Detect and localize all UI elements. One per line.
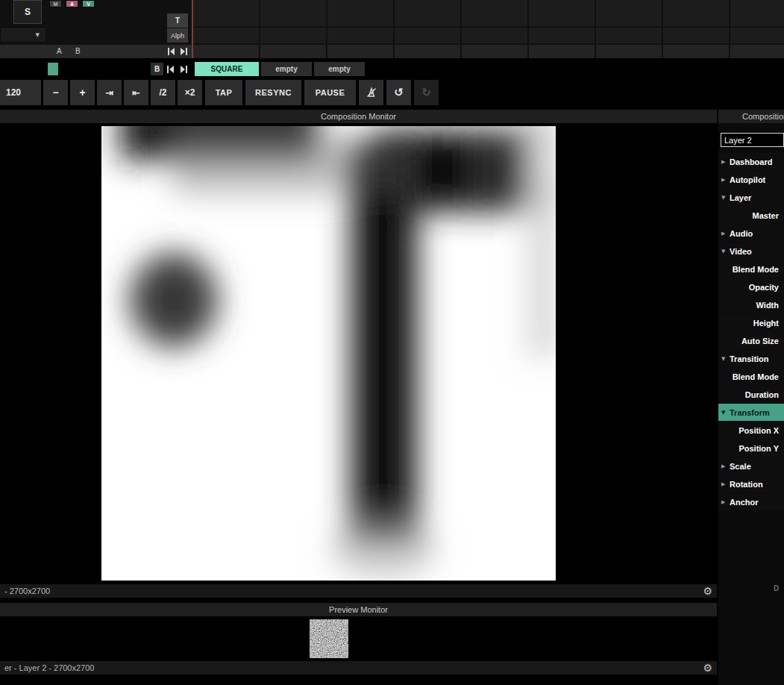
- gear-icon[interactable]: ⚙: [703, 586, 712, 596]
- panel-row-anchor[interactable]: ▶ Anchor: [718, 493, 784, 510]
- clip-tab-square[interactable]: SQUARE: [195, 62, 259, 76]
- panel-row-transition-blend-mode[interactable]: Blend Mode: [718, 368, 784, 385]
- resync-button[interactable]: RESYNC: [245, 80, 301, 105]
- panel-row-scale[interactable]: ▶ Scale: [718, 457, 784, 475]
- clip-cell[interactable]: [260, 28, 326, 43]
- prev-beat-icon[interactable]: [166, 46, 177, 57]
- panel-row-blend-mode[interactable]: Blend Mode: [718, 260, 784, 278]
- clip-cell[interactable]: [327, 0, 393, 26]
- half-tempo-button[interactable]: /2: [151, 80, 175, 105]
- clip-cell[interactable]: [462, 28, 527, 43]
- row-label: Autopilot: [730, 175, 765, 184]
- panel-row-autopilot[interactable]: ▶ Autopilot: [718, 171, 784, 188]
- redo-button[interactable]: ↻: [414, 80, 439, 105]
- row-label: Position Y: [738, 444, 779, 453]
- prev-clip-icon[interactable]: [165, 63, 177, 75]
- row-label: Rotation: [730, 480, 763, 489]
- clip-tab-empty-2[interactable]: empty: [314, 62, 365, 76]
- clip-cell[interactable]: [462, 0, 527, 26]
- clip-row-2: [193, 28, 784, 43]
- clip-cell[interactable]: [193, 28, 259, 43]
- audio-toggle[interactable]: A: [66, 0, 78, 7]
- panel-row-transition[interactable]: ▼ Transition: [718, 350, 784, 367]
- master-toggle[interactable]: M: [49, 0, 62, 7]
- panel-row-auto-size[interactable]: Auto Size: [718, 332, 784, 349]
- panel-row-height[interactable]: Height: [718, 314, 784, 331]
- next-beat-icon[interactable]: [178, 46, 189, 57]
- clip-cell[interactable]: [663, 45, 729, 58]
- clip-cell[interactable]: [327, 28, 393, 43]
- undo-button[interactable]: ↺: [386, 80, 411, 105]
- row-label: Auto Size: [741, 337, 779, 345]
- crossfade-b-button[interactable]: B: [75, 47, 81, 55]
- clip-cell[interactable]: [730, 0, 784, 26]
- clip-tab-empty-1[interactable]: empty: [261, 62, 312, 76]
- layer-name-field[interactable]: Layer 2: [721, 133, 784, 147]
- layer-color-swatch[interactable]: [48, 63, 58, 75]
- double-tempo-button[interactable]: ×2: [178, 80, 202, 105]
- panel-row-rotation[interactable]: ▶ Rotation: [718, 475, 784, 492]
- panel-row-video[interactable]: ▼ Video: [718, 243, 784, 260]
- tap-tempo-button[interactable]: TAP: [205, 80, 242, 105]
- clip-footer-row: [193, 45, 784, 58]
- panel-row-duration[interactable]: Duration: [718, 386, 784, 403]
- panel-row-width[interactable]: Width: [718, 296, 784, 313]
- beat-nudge-back-button[interactable]: ⇤: [124, 80, 148, 105]
- clip-cell[interactable]: [260, 45, 326, 58]
- clip-cell[interactable]: [462, 45, 527, 58]
- thumbnail-button[interactable]: T: [167, 13, 188, 28]
- clip-cell[interactable]: [395, 28, 460, 43]
- gear-icon[interactable]: ⚙: [703, 663, 712, 673]
- row-label: Opacity: [749, 283, 779, 292]
- chevron-down-icon: ▼: [721, 248, 730, 254]
- clip-cell[interactable]: [193, 0, 259, 26]
- solo-button[interactable]: S: [13, 0, 42, 24]
- clip-cell[interactable]: [596, 0, 662, 26]
- panel-row-position-x[interactable]: Position X: [718, 422, 784, 439]
- clip-cell[interactable]: [529, 45, 595, 58]
- panel-row-opacity[interactable]: Opacity: [718, 278, 784, 295]
- clip-cell[interactable]: [327, 45, 393, 58]
- composition-panel-title: Composition: [718, 110, 784, 123]
- panel-row-position-y[interactable]: Position Y: [718, 440, 784, 457]
- panel-row-master[interactable]: Master: [718, 207, 784, 224]
- bpm-display[interactable]: 120: [0, 80, 41, 105]
- clip-cell[interactable]: [529, 28, 595, 43]
- video-toggle[interactable]: V: [82, 0, 95, 7]
- beat-nudge-forward-button[interactable]: ⇥: [97, 80, 122, 105]
- row-label: Scale: [730, 462, 751, 471]
- bpm-increase-button[interactable]: +: [70, 80, 95, 105]
- panel-row-audio[interactable]: ▶ Audio: [718, 225, 784, 242]
- collapsed-tab-letter[interactable]: D: [774, 584, 779, 592]
- crossfade-a-button[interactable]: A: [57, 47, 62, 55]
- alpha-button[interactable]: Alph: [167, 28, 188, 43]
- panel-row-dashboard[interactable]: ▶ Dashboard: [718, 153, 784, 170]
- clip-cell[interactable]: [529, 0, 595, 26]
- chevron-down-icon: ▼: [721, 356, 730, 362]
- bpm-decrease-button[interactable]: −: [43, 80, 68, 105]
- chevron-right-icon: ▶: [721, 177, 730, 183]
- group-b-button[interactable]: B: [151, 63, 163, 75]
- clip-cell[interactable]: [193, 45, 259, 58]
- clip-cell[interactable]: [395, 0, 460, 26]
- panel-row-layer[interactable]: ▼ Layer: [718, 189, 784, 206]
- clip-cell[interactable]: [260, 0, 326, 26]
- clip-cell[interactable]: [663, 28, 729, 43]
- clip-cell[interactable]: [730, 28, 784, 43]
- clip-cell[interactable]: [596, 45, 662, 58]
- preview-monitor-header: Preview Monitor: [0, 603, 717, 616]
- preview-monitor-statusbar: er - Layer 2 - 2700x2700 ⚙: [0, 661, 717, 675]
- next-clip-icon[interactable]: [178, 63, 189, 75]
- clip-cell[interactable]: [395, 45, 460, 58]
- panel-row-transform[interactable]: ▼ Transform: [718, 404, 784, 421]
- metronome-button[interactable]: [359, 80, 383, 105]
- metronome-icon: [366, 87, 377, 98]
- row-label: Transition: [730, 354, 769, 363]
- clip-cell[interactable]: [730, 45, 784, 58]
- row-label: Duration: [745, 390, 779, 399]
- layer-dropdown[interactable]: ▼: [0, 27, 46, 43]
- chevron-right-icon: ▶: [721, 159, 730, 165]
- clip-cell[interactable]: [663, 0, 729, 26]
- pause-button[interactable]: PAUSE: [304, 80, 356, 105]
- clip-cell[interactable]: [596, 28, 662, 43]
